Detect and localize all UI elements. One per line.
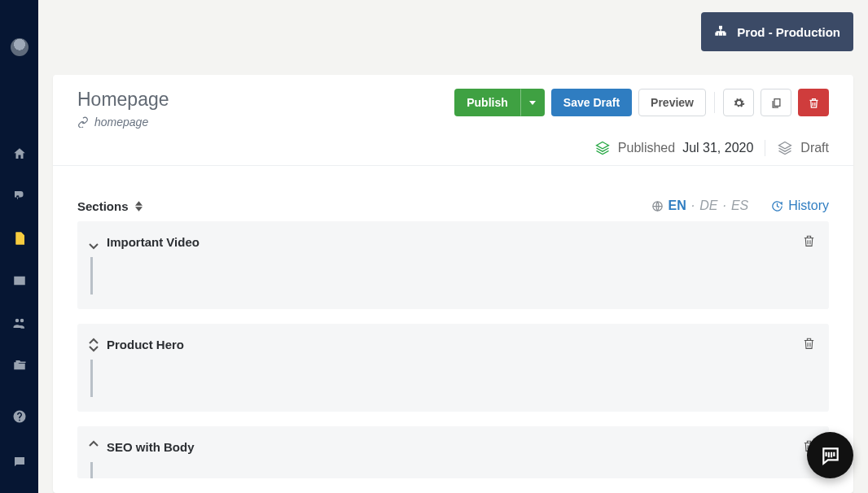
- section-card: Important Video: [77, 221, 829, 309]
- intercom-icon: [820, 445, 841, 466]
- chat-icon[interactable]: [11, 454, 28, 470]
- section-delete-button[interactable]: [802, 336, 816, 353]
- trash-icon: [802, 233, 816, 248]
- status-row: Published Jul 31, 2020 Draft: [77, 140, 829, 156]
- section-title: Product Hero: [107, 338, 184, 351]
- settings-button[interactable]: [723, 89, 754, 116]
- chevron-down-icon: [89, 242, 99, 251]
- gear-icon: [733, 97, 745, 109]
- sort-icon[interactable]: [135, 201, 142, 212]
- home-icon[interactable]: [11, 146, 28, 162]
- folders-icon[interactable]: [11, 357, 28, 373]
- sitemap-icon: [714, 25, 727, 38]
- history-link[interactable]: History: [771, 199, 829, 213]
- separator: [765, 140, 765, 156]
- image-icon[interactable]: [11, 273, 28, 289]
- action-bar: Publish Save Draft Preview: [454, 89, 829, 116]
- panel-body: Sections EN · DE · ES: [53, 165, 853, 493]
- duplicate-button[interactable]: [761, 89, 791, 116]
- language-switcher: EN · DE · ES: [651, 199, 749, 213]
- link-icon: [77, 116, 89, 128]
- chat-fab[interactable]: [807, 432, 853, 478]
- blog-icon[interactable]: [11, 188, 28, 204]
- sections-list: Important Video Product Hero SEO with Bo…: [77, 221, 829, 478]
- preview-button[interactable]: Preview: [638, 89, 706, 116]
- sidebar: [0, 0, 38, 493]
- page-slug-link[interactable]: homepage: [77, 116, 169, 129]
- section-body: [90, 360, 816, 397]
- section-body: [90, 462, 816, 478]
- section-title: Important Video: [107, 235, 199, 249]
- separator: [714, 92, 715, 113]
- trash-icon: [808, 97, 820, 109]
- trash-icon: [802, 336, 816, 351]
- section-card: SEO with Body: [77, 426, 829, 478]
- environment-label: Prod - Production: [737, 25, 840, 39]
- copy-icon: [770, 97, 783, 109]
- users-icon[interactable]: [11, 315, 28, 331]
- published-status: Published Jul 31, 2020: [594, 140, 753, 156]
- delete-button[interactable]: [798, 89, 829, 116]
- lang-es[interactable]: ES: [731, 199, 748, 213]
- editor-panel: Homepage homepage Publish Save Draft Pr: [53, 75, 853, 493]
- lang-en[interactable]: EN: [669, 199, 686, 213]
- chevron-down-icon: [89, 345, 99, 353]
- page-slug-text: homepage: [94, 116, 148, 129]
- sections-heading: Sections: [77, 199, 142, 213]
- page-title: Homepage: [77, 89, 169, 111]
- caret-down-icon: [529, 101, 536, 105]
- history-icon: [771, 200, 783, 212]
- section-title: SEO with Body: [107, 440, 195, 454]
- publish-dropdown-button[interactable]: [520, 89, 545, 116]
- environment-selector[interactable]: Prod - Production: [701, 12, 853, 51]
- main: Prod - Production Homepage homepage Publ…: [38, 0, 868, 493]
- pages-icon[interactable]: [11, 230, 28, 246]
- avatar[interactable]: [11, 38, 28, 56]
- chevron-up-icon: [89, 337, 99, 345]
- chevron-up-icon: [89, 439, 99, 447]
- layers-icon: [777, 140, 793, 156]
- globe-icon: [651, 200, 664, 212]
- reorder-handle[interactable]: [89, 234, 99, 251]
- section-card: Product Hero: [77, 324, 829, 412]
- section-delete-button[interactable]: [802, 233, 816, 251]
- section-body: [90, 257, 816, 294]
- save-draft-button[interactable]: Save Draft: [551, 89, 632, 116]
- published-date: Jul 31, 2020: [682, 141, 753, 155]
- draft-status: Draft: [777, 140, 829, 156]
- layers-icon: [594, 140, 611, 156]
- published-label: Published: [618, 141, 675, 155]
- topbar: Prod - Production: [38, 0, 868, 75]
- reorder-handle[interactable]: [89, 337, 99, 353]
- lang-de[interactable]: DE: [699, 199, 717, 213]
- reorder-handle[interactable]: [89, 439, 99, 456]
- help-icon[interactable]: [11, 408, 28, 425]
- panel-header: Homepage homepage Publish Save Draft Pr: [53, 75, 853, 165]
- publish-button[interactable]: Publish: [454, 89, 520, 116]
- draft-label: Draft: [800, 141, 829, 155]
